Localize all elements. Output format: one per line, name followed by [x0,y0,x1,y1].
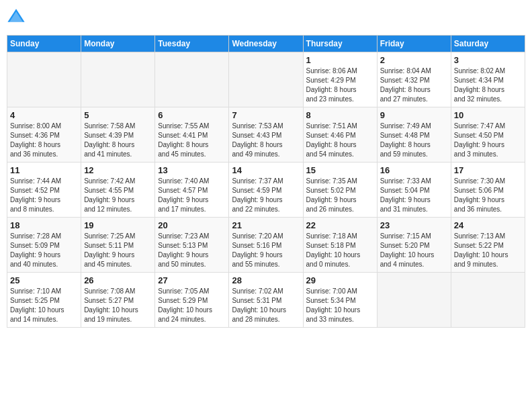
day-info: Sunrise: 8:04 AMSunset: 4:32 PMDaylight:… [380,66,448,104]
day-info: Sunrise: 7:02 AMSunset: 5:31 PMDaylight:… [232,287,300,324]
day-info: Sunrise: 7:53 AMSunset: 4:43 PMDaylight:… [232,122,300,159]
calendar-cell: 3Sunrise: 8:02 AMSunset: 4:34 PMDaylight… [451,52,525,107]
day-info: Sunrise: 7:15 AMSunset: 5:20 PMDaylight:… [380,232,448,269]
calendar-cell: 23Sunrise: 7:15 AMSunset: 5:20 PMDayligh… [377,218,451,273]
weekday-header-tuesday: Tuesday [155,36,229,52]
calendar-cell: 6Sunrise: 7:55 AMSunset: 4:41 PMDaylight… [155,107,229,163]
calendar-cell [155,52,229,107]
day-number: 4 [10,110,78,120]
calendar-cell: 10Sunrise: 7:47 AMSunset: 4:50 PMDayligh… [451,107,525,163]
day-info: Sunrise: 8:02 AMSunset: 4:34 PMDaylight:… [454,66,522,104]
day-number: 11 [10,165,78,175]
weekday-header-wednesday: Wednesday [229,36,303,52]
calendar-cell: 12Sunrise: 7:42 AMSunset: 4:55 PMDayligh… [81,163,155,218]
weekday-header-friday: Friday [377,36,451,52]
calendar-cell: 7Sunrise: 7:53 AMSunset: 4:43 PMDaylight… [229,107,303,163]
calendar-cell: 26Sunrise: 7:08 AMSunset: 5:27 PMDayligh… [81,273,155,328]
weekday-header-thursday: Thursday [303,36,377,52]
day-number: 24 [454,220,522,230]
day-number: 25 [10,275,78,285]
day-info: Sunrise: 7:10 AMSunset: 5:25 PMDaylight:… [10,287,78,324]
day-info: Sunrise: 7:00 AMSunset: 5:34 PMDaylight:… [306,287,374,324]
calendar-cell: 27Sunrise: 7:05 AMSunset: 5:29 PMDayligh… [155,273,229,328]
calendar-cell: 16Sunrise: 7:33 AMSunset: 5:04 PMDayligh… [377,163,451,218]
day-info: Sunrise: 7:35 AMSunset: 5:02 PMDaylight:… [306,177,374,214]
calendar-cell [451,273,525,328]
day-info: Sunrise: 7:05 AMSunset: 5:29 PMDaylight:… [158,287,226,324]
day-number: 29 [306,275,374,285]
day-info: Sunrise: 7:44 AMSunset: 4:52 PMDaylight:… [10,177,78,214]
calendar-cell: 11Sunrise: 7:44 AMSunset: 4:52 PMDayligh… [7,163,81,218]
day-number: 14 [232,165,300,175]
day-number: 17 [454,165,522,175]
day-number: 8 [306,110,374,120]
calendar-cell: 1Sunrise: 8:06 AMSunset: 4:29 PMDaylight… [303,52,377,107]
day-number: 26 [84,275,152,285]
calendar-cell: 24Sunrise: 7:13 AMSunset: 5:22 PMDayligh… [451,218,525,273]
day-info: Sunrise: 7:33 AMSunset: 5:04 PMDaylight:… [380,177,448,214]
calendar-cell: 4Sunrise: 8:00 AMSunset: 4:36 PMDaylight… [7,107,81,163]
page-header [7,7,525,30]
day-info: Sunrise: 7:47 AMSunset: 4:50 PMDaylight:… [454,122,522,159]
day-number: 23 [380,220,448,230]
calendar-cell: 15Sunrise: 7:35 AMSunset: 5:02 PMDayligh… [303,163,377,218]
day-number: 28 [232,275,300,285]
calendar-cell: 25Sunrise: 7:10 AMSunset: 5:25 PMDayligh… [7,273,81,328]
day-info: Sunrise: 7:55 AMSunset: 4:41 PMDaylight:… [158,122,226,159]
calendar-cell: 28Sunrise: 7:02 AMSunset: 5:31 PMDayligh… [229,273,303,328]
day-number: 16 [380,165,448,175]
day-number: 13 [158,165,226,175]
day-number: 3 [454,55,522,65]
calendar-cell: 29Sunrise: 7:00 AMSunset: 5:34 PMDayligh… [303,273,377,328]
calendar-cell [7,52,81,107]
day-number: 18 [10,220,78,230]
weekday-header-monday: Monday [81,36,155,52]
calendar-cell: 19Sunrise: 7:25 AMSunset: 5:11 PMDayligh… [81,218,155,273]
day-info: Sunrise: 8:06 AMSunset: 4:29 PMDaylight:… [306,66,374,104]
day-number: 15 [306,165,374,175]
day-info: Sunrise: 7:08 AMSunset: 5:27 PMDaylight:… [84,287,152,324]
day-number: 20 [158,220,226,230]
day-info: Sunrise: 7:28 AMSunset: 5:09 PMDaylight:… [10,232,78,269]
day-number: 27 [158,275,226,285]
day-number: 21 [232,220,300,230]
day-info: Sunrise: 7:20 AMSunset: 5:16 PMDaylight:… [232,232,300,269]
calendar-cell [377,273,451,328]
day-info: Sunrise: 7:37 AMSunset: 4:59 PMDaylight:… [232,177,300,214]
day-number: 12 [84,165,152,175]
day-info: Sunrise: 7:25 AMSunset: 5:11 PMDaylight:… [84,232,152,269]
day-number: 2 [380,55,448,65]
weekday-header-saturday: Saturday [451,36,525,52]
logo-icon [7,7,26,26]
day-number: 5 [84,110,152,120]
day-info: Sunrise: 8:00 AMSunset: 4:36 PMDaylight:… [10,122,78,159]
calendar-cell: 22Sunrise: 7:18 AMSunset: 5:18 PMDayligh… [303,218,377,273]
calendar-cell: 2Sunrise: 8:04 AMSunset: 4:32 PMDaylight… [377,52,451,107]
calendar-cell [81,52,155,107]
day-info: Sunrise: 7:23 AMSunset: 5:13 PMDaylight:… [158,232,226,269]
calendar-cell: 17Sunrise: 7:30 AMSunset: 5:06 PMDayligh… [451,163,525,218]
calendar-cell: 20Sunrise: 7:23 AMSunset: 5:13 PMDayligh… [155,218,229,273]
day-info: Sunrise: 7:30 AMSunset: 5:06 PMDaylight:… [454,177,522,214]
day-number: 1 [306,55,374,65]
weekday-header-sunday: Sunday [7,36,81,52]
day-info: Sunrise: 7:42 AMSunset: 4:55 PMDaylight:… [84,177,152,214]
calendar-cell: 9Sunrise: 7:49 AMSunset: 4:48 PMDaylight… [377,107,451,163]
calendar-cell: 13Sunrise: 7:40 AMSunset: 4:57 PMDayligh… [155,163,229,218]
day-info: Sunrise: 7:18 AMSunset: 5:18 PMDaylight:… [306,232,374,269]
day-info: Sunrise: 7:13 AMSunset: 5:22 PMDaylight:… [454,232,522,269]
calendar-cell: 8Sunrise: 7:51 AMSunset: 4:46 PMDaylight… [303,107,377,163]
day-number: 9 [380,110,448,120]
calendar-cell: 14Sunrise: 7:37 AMSunset: 4:59 PMDayligh… [229,163,303,218]
day-number: 10 [454,110,522,120]
day-number: 22 [306,220,374,230]
day-info: Sunrise: 7:49 AMSunset: 4:48 PMDaylight:… [380,122,448,159]
day-number: 19 [84,220,152,230]
day-info: Sunrise: 7:40 AMSunset: 4:57 PMDaylight:… [158,177,226,214]
calendar-cell: 5Sunrise: 7:58 AMSunset: 4:39 PMDaylight… [81,107,155,163]
logo [7,7,27,30]
calendar-cell [229,52,303,107]
calendar-cell: 18Sunrise: 7:28 AMSunset: 5:09 PMDayligh… [7,218,81,273]
day-number: 6 [158,110,226,120]
day-info: Sunrise: 7:51 AMSunset: 4:46 PMDaylight:… [306,122,374,159]
